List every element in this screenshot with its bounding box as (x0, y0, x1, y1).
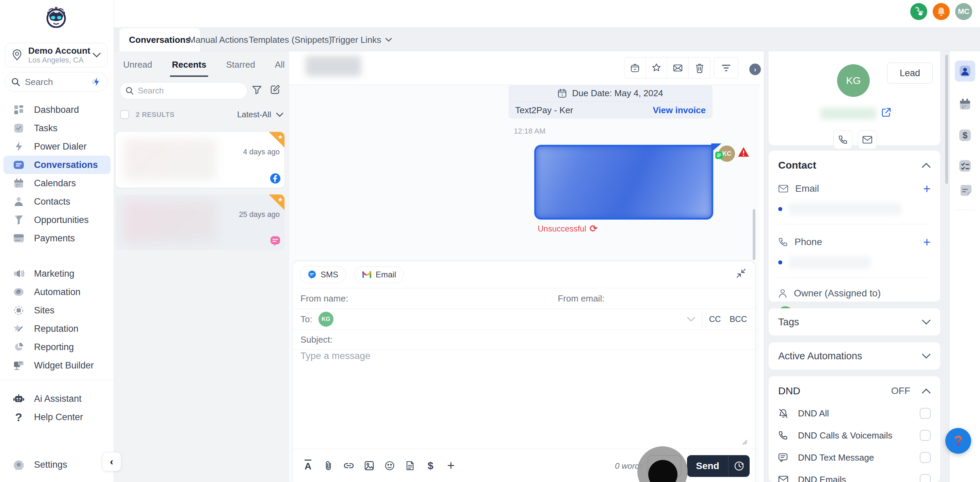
compose-divider (293, 349, 756, 350)
strip-tasks-tab[interactable] (955, 155, 975, 176)
sidebar-item-dashboard[interactable]: Dashboard (3, 101, 111, 119)
sidebar-item-payments[interactable]: Payments (3, 229, 111, 247)
panel-scrollbar[interactable] (945, 55, 948, 184)
compose-tab-email[interactable]: Email (354, 266, 404, 283)
sidebar-item-sites[interactable]: Sites (3, 301, 111, 320)
resize-handle[interactable] (741, 438, 748, 445)
chevron-down-icon[interactable] (922, 354, 931, 358)
sidebar-item-contacts[interactable]: Contacts (3, 192, 111, 211)
subject-input[interactable] (338, 335, 644, 345)
more-tools-button[interactable]: + (442, 457, 460, 474)
open-contact-icon[interactable] (881, 108, 891, 117)
add-phone-button[interactable]: + (923, 237, 931, 247)
sidebar-item-conversations[interactable]: Conversations (3, 156, 111, 174)
tab-trigger-links[interactable]: Trigger Links (321, 28, 401, 51)
chevron-down-icon[interactable] (687, 317, 695, 322)
strip-payments-tab[interactable]: $ (955, 125, 975, 146)
sidebar-item-reputation[interactable]: Reputation (3, 320, 111, 338)
from-name-input[interactable] (353, 293, 517, 304)
help-button[interactable]: ? (945, 428, 971, 454)
dnd-state-badge: OFF (891, 385, 910, 396)
dnd-option-label: DND All (798, 408, 829, 419)
collapse-chevron-up-icon[interactable] (922, 163, 931, 168)
sidebar-item-marketing[interactable]: Marketing (3, 265, 111, 283)
bcc-button[interactable]: BCC (730, 314, 747, 324)
quick-actions-bolt-icon[interactable] (91, 77, 101, 87)
tags-card[interactable]: Tags (769, 308, 940, 336)
sort-dropdown[interactable]: Latest-All (237, 110, 283, 119)
send-button[interactable]: Send (687, 461, 728, 471)
thread-filter-button[interactable] (714, 57, 738, 79)
phone-value-row[interactable] (778, 256, 931, 268)
emoji-button[interactable] (381, 457, 398, 474)
chevron-down-icon[interactable] (922, 320, 931, 325)
cc-button[interactable]: CC (709, 314, 721, 324)
dnd-calls-checkbox[interactable] (920, 430, 931, 441)
filter-funnel-icon[interactable] (252, 85, 262, 95)
phone-icon (914, 7, 924, 16)
sidebar-item-opportunities[interactable]: Opportunities (3, 211, 111, 229)
email-value-row[interactable] (778, 203, 931, 215)
sidebar-item-ai-assistant[interactable]: Ai Assistant (3, 390, 111, 408)
sidebar-item-reporting[interactable]: Reporting (3, 338, 111, 356)
email-contact-button[interactable] (858, 130, 877, 149)
dnd-text-checkbox[interactable] (920, 452, 931, 463)
sidebar-item-tasks[interactable]: Tasks (3, 119, 111, 137)
select-all-checkbox[interactable] (120, 110, 129, 119)
sidebar-item-widget-builder[interactable]: Widget Builder (3, 356, 111, 374)
account-switcher[interactable]: Demo Account Los Angeles, CA (5, 43, 108, 67)
lead-stage-button[interactable]: Lead (887, 63, 933, 84)
image-button[interactable] (360, 457, 378, 474)
global-search-input[interactable] (25, 77, 83, 87)
dnd-all-checkbox[interactable] (920, 408, 931, 419)
sidebar-item-settings[interactable]: Settings (3, 455, 111, 474)
thread-scrollbar[interactable] (753, 209, 756, 260)
delete-button[interactable] (689, 57, 710, 78)
star-button[interactable] (646, 57, 667, 78)
strip-notes-tab[interactable] (955, 181, 975, 201)
request-payment-button[interactable]: $ (422, 457, 439, 474)
schedule-send-button[interactable] (729, 461, 749, 471)
notifications-button[interactable] (933, 3, 950, 20)
sidebar-collapse-button[interactable]: ‹ (102, 452, 121, 471)
strip-contact-tab[interactable] (955, 60, 975, 82)
filter-unread[interactable]: Unread (123, 59, 152, 75)
recipient-avatar[interactable]: KG (318, 312, 334, 327)
attachment-button[interactable] (320, 457, 337, 474)
sidebar-item-automation[interactable]: Automation (3, 283, 111, 301)
conversation-search-input[interactable] (138, 86, 226, 95)
message-status[interactable]: Unsuccessful ⟳ (538, 223, 598, 234)
user-avatar[interactable]: MC (955, 3, 972, 20)
strip-appointments-tab[interactable] (955, 94, 975, 115)
conversation-list-item[interactable]: ★ 25 days ago (116, 194, 285, 250)
link-button[interactable] (340, 457, 358, 474)
filter-starred[interactable]: Starred (226, 59, 255, 75)
compose-tab-sms[interactable]: SMS (300, 266, 346, 283)
next-conversation-button[interactable]: › (749, 63, 761, 75)
sidebar-item-label: Power Dialer (34, 141, 87, 152)
message-body-input[interactable] (301, 350, 709, 449)
add-email-button[interactable]: + (923, 184, 931, 193)
filter-all[interactable]: All (275, 59, 285, 75)
dnd-emails-checkbox[interactable] (920, 474, 931, 482)
sidebar-item-help-center[interactable]: ? Help Center (3, 408, 111, 426)
outgoing-message-bubble[interactable] (534, 145, 713, 220)
mark-unread-button[interactable] (667, 57, 689, 78)
template-button[interactable] (401, 457, 419, 474)
dialer-button[interactable] (910, 3, 927, 20)
from-email-input[interactable] (610, 293, 739, 304)
compose-new-icon[interactable] (270, 84, 281, 95)
filter-recents[interactable]: Recents (172, 59, 206, 75)
sidebar-item-power-dialer[interactable]: Power Dialer (3, 137, 111, 156)
collapse-chevron-up-icon[interactable] (922, 388, 931, 394)
user-initials: MC (958, 7, 969, 16)
delivery-error-icon[interactable] (738, 147, 749, 157)
sidebar-item-calendars[interactable]: Calendars (3, 174, 111, 192)
conversation-list-item[interactable]: ★ 4 days ago (116, 132, 285, 188)
text-format-button[interactable]: A (299, 457, 317, 474)
view-invoice-link[interactable]: View invoice (653, 105, 706, 116)
active-automations-card[interactable]: Active Automations (769, 342, 940, 369)
archive-button[interactable] (624, 57, 646, 78)
collapse-compose-icon[interactable] (736, 268, 746, 278)
call-contact-button[interactable] (833, 130, 853, 149)
